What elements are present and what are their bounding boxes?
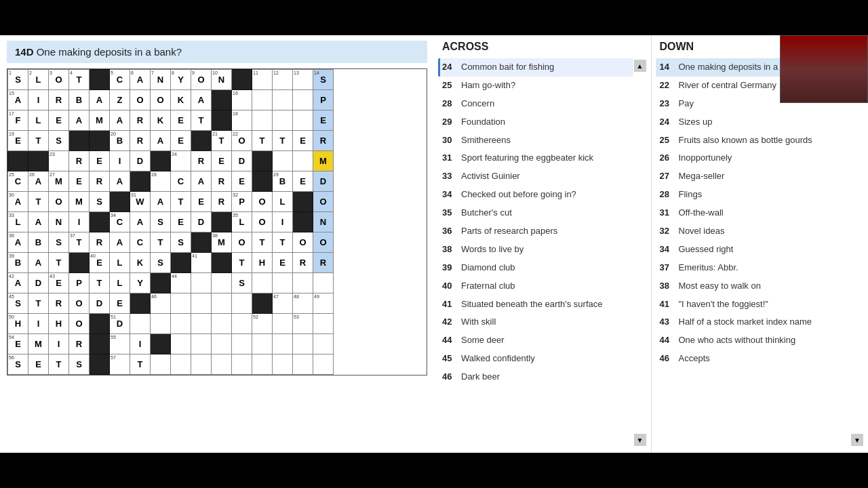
grid-cell-r8c12[interactable]: T <box>252 232 273 253</box>
grid-cell-r6c5[interactable] <box>110 192 130 212</box>
grid-cell-r14c7[interactable] <box>151 354 171 375</box>
grid-cell-r5c5[interactable]: A <box>110 171 130 192</box>
grid-cell-r7c5[interactable]: 34C <box>110 212 130 232</box>
grid-cell-r7c8[interactable]: E <box>171 212 191 232</box>
down-scroll[interactable]: ▲ ▼ <box>850 58 864 447</box>
grid-cell-r6c14[interactable] <box>293 192 313 212</box>
grid-cell-r6c1[interactable]: T <box>28 192 49 212</box>
grid-cell-r5c0[interactable]: 25C <box>8 171 28 192</box>
grid-cell-r3c6[interactable]: R <box>130 131 151 151</box>
grid-cell-r12c15[interactable] <box>313 314 334 334</box>
grid-cell-r13c12[interactable] <box>252 334 273 354</box>
grid-cell-r8c6[interactable]: C <box>130 232 151 253</box>
grid-cell-r11c12[interactable] <box>252 293 273 314</box>
grid-cell-r12c11[interactable] <box>232 314 252 334</box>
grid-cell-r6c12[interactable]: O <box>252 192 273 212</box>
grid-cell-r13c11[interactable] <box>232 334 252 354</box>
clue-item-32[interactable]: 32Novel ideas <box>656 222 851 241</box>
grid-cell-r2c4[interactable]: M <box>90 110 110 131</box>
grid-cell-r14c13[interactable] <box>273 354 293 375</box>
grid-cell-r10c0[interactable]: 42A <box>8 273 28 293</box>
grid-cell-r10c8[interactable]: 44 <box>171 273 191 293</box>
grid-cell-r0c15[interactable]: 14S <box>313 70 334 90</box>
grid-cell-r9c9[interactable]: 41 <box>191 253 212 273</box>
grid-cell-r4c9[interactable]: R <box>191 151 212 171</box>
grid-cell-r3c13[interactable]: T <box>273 131 293 151</box>
grid-cell-r14c14[interactable] <box>293 354 313 375</box>
grid-cell-r7c13[interactable]: I <box>273 212 293 232</box>
grid-cell-r7c9[interactable]: D <box>191 212 212 232</box>
grid-cell-r7c1[interactable]: A <box>28 212 49 232</box>
grid-cell-r0c2[interactable]: 3O <box>49 70 69 90</box>
grid-cell-r10c3[interactable]: P <box>69 273 90 293</box>
grid-cell-r6c0[interactable]: 30A <box>8 192 28 212</box>
grid-cell-r12c14[interactable]: 53 <box>293 314 313 334</box>
grid-cell-r14c4[interactable] <box>90 354 110 375</box>
grid-cell-r5c11[interactable]: E <box>232 171 252 192</box>
down-clues-list[interactable]: 14One making deposits in a bank?22River … <box>656 58 851 447</box>
grid-cell-r12c0[interactable]: 50H <box>8 314 28 334</box>
clue-item-42[interactable]: 42With skill <box>438 313 633 331</box>
grid-cell-r14c15[interactable] <box>313 354 334 375</box>
grid-cell-r5c1[interactable]: 26A <box>28 171 49 192</box>
grid-cell-r7c14[interactable] <box>293 212 313 232</box>
grid-cell-r10c6[interactable]: Y <box>130 273 151 293</box>
grid-cell-r4c15[interactable]: M <box>313 151 334 171</box>
grid-cell-r14c6[interactable]: T <box>130 354 151 375</box>
grid-cell-r7c12[interactable]: O <box>252 212 273 232</box>
grid-cell-r11c1[interactable]: T <box>28 293 49 314</box>
clue-item-39[interactable]: 39Diamond club <box>438 259 633 277</box>
grid-cell-r2c12[interactable] <box>252 110 273 131</box>
grid-cell-r6c6[interactable]: 31W <box>130 192 151 212</box>
grid-cell-r6c7[interactable]: A <box>151 192 171 212</box>
grid-cell-r10c13[interactable] <box>273 273 293 293</box>
clue-item-34[interactable]: 34Guessed right <box>656 241 851 259</box>
clue-item-34[interactable]: 34Checked out before going in? <box>438 186 633 204</box>
grid-cell-r11c2[interactable]: R <box>49 293 69 314</box>
grid-cell-r8c10[interactable]: 38M <box>212 232 232 253</box>
grid-cell-r11c4[interactable]: D <box>90 293 110 314</box>
grid-cell-r0c11[interactable] <box>232 70 252 90</box>
clue-item-25[interactable]: 25Fruits also known as bottle gourds <box>656 131 851 150</box>
grid-cell-r1c11[interactable]: 16 <box>232 90 252 110</box>
grid-cell-r4c5[interactable]: I <box>110 151 130 171</box>
clue-item-24[interactable]: 24Common bait for fishing <box>438 58 633 77</box>
grid-cell-r5c10[interactable]: R <box>212 171 232 192</box>
grid-cell-r8c9[interactable] <box>191 232 212 253</box>
crossword-grid[interactable]: 1S2L3O4T5C6A7N8Y9O10N11121314S15AIRBAZOO… <box>7 68 427 375</box>
grid-cell-r6c3[interactable]: M <box>69 192 90 212</box>
grid-cell-r11c8[interactable] <box>171 293 191 314</box>
grid-cell-r0c6[interactable]: 6A <box>130 70 151 90</box>
grid-cell-r14c9[interactable] <box>191 354 212 375</box>
grid-cell-r5c13[interactable]: 29B <box>273 171 293 192</box>
grid-cell-r10c5[interactable]: L <box>110 273 130 293</box>
across-scroll-up[interactable]: ▲ <box>634 60 646 72</box>
grid-cell-r3c4[interactable] <box>90 131 110 151</box>
grid-cell-r11c11[interactable] <box>232 293 252 314</box>
grid-cell-r12c1[interactable]: I <box>28 314 49 334</box>
grid-cell-r10c7[interactable] <box>151 273 171 293</box>
grid-cell-r13c10[interactable] <box>212 334 232 354</box>
clue-item-44[interactable]: 44One who acts without thinking <box>656 331 851 350</box>
grid-cell-r7c11[interactable]: 35L <box>232 212 252 232</box>
grid-cell-r3c9[interactable] <box>191 131 212 151</box>
grid-cell-r1c7[interactable]: O <box>151 90 171 110</box>
grid-cell-r1c13[interactable] <box>273 90 293 110</box>
grid-cell-r4c1[interactable] <box>28 151 49 171</box>
grid-cell-r8c15[interactable]: O <box>313 232 334 253</box>
clue-item-40[interactable]: 40Fraternal club <box>438 277 633 296</box>
grid-cell-r2c14[interactable] <box>293 110 313 131</box>
clue-item-36[interactable]: 36Parts of research papers <box>438 222 633 241</box>
grid-cell-r12c7[interactable] <box>151 314 171 334</box>
grid-cell-r4c10[interactable]: E <box>212 151 232 171</box>
grid-cell-r9c13[interactable]: E <box>273 253 293 273</box>
grid-cell-r13c7[interactable] <box>151 334 171 354</box>
grid-cell-r13c1[interactable]: M <box>28 334 49 354</box>
grid-cell-r1c14[interactable] <box>293 90 313 110</box>
clue-item-29[interactable]: 29Foundation <box>438 113 633 131</box>
grid-cell-r9c10[interactable] <box>212 253 232 273</box>
grid-cell-r14c2[interactable]: T <box>49 354 69 375</box>
grid-cell-r3c5[interactable]: 20B <box>110 131 130 151</box>
clue-item-41[interactable]: 41Situated beneath the earth's surface <box>438 296 633 314</box>
grid-cell-r8c5[interactable]: A <box>110 232 130 253</box>
